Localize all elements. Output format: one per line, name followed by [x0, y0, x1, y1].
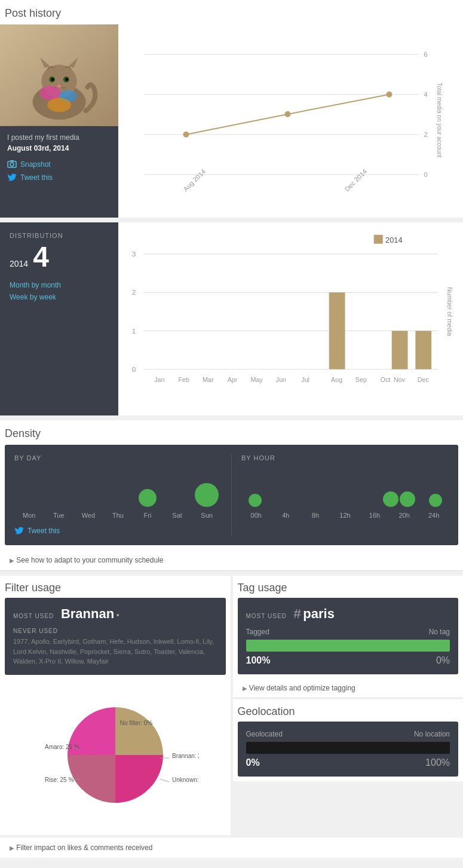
hour-20-dot [383, 491, 415, 507]
view-details-arrow: ▶ [243, 685, 247, 692]
by-hour-label: BY HOUR [241, 454, 449, 461]
svg-rect-16 [10, 160, 14, 161]
view-details-text: View details and optimize tagging [249, 684, 355, 692]
hour-24-bubble [429, 494, 442, 507]
svg-text:Number of media: Number of media [446, 287, 453, 336]
svg-text:4: 4 [424, 91, 428, 98]
svg-rect-31 [374, 235, 383, 244]
filter-never-used-list: 1977, Apollo, Earlybird, Gotham, Hefe, H… [13, 637, 217, 667]
geolocated-label: Geolocated [246, 730, 283, 738]
hour-00-dot [249, 494, 262, 507]
tweet-link-density[interactable]: Tweet this [14, 526, 222, 536]
hour-20-bubble-1 [383, 491, 398, 507]
no-loc-pct: 100% [425, 757, 450, 768]
density-section: Density BY DAY [0, 420, 463, 571]
geo-bar-outer [246, 742, 450, 754]
distribution-inner: DISTRIBUTION 2014 4 Month by month Week … [0, 222, 463, 415]
label-sat: Sat [168, 512, 186, 519]
post-card-links: Snapshot Tweet this [7, 160, 111, 182]
post-card-date: August 03rd, 2014 [7, 144, 111, 152]
svg-text:Aug: Aug [331, 376, 342, 383]
tag-usage-section: Tag usage MOST USED # paris Tagged No ta… [233, 576, 464, 697]
filter-bullet: • [116, 610, 119, 620]
label-thu: Thu [109, 512, 127, 519]
distribution-label: DISTRIBUTION [10, 232, 109, 239]
svg-text:6: 6 [424, 51, 428, 58]
svg-rect-43 [392, 331, 408, 369]
snapshot-icon [7, 160, 17, 169]
svg-text:Dec: Dec [418, 376, 430, 383]
svg-rect-44 [415, 331, 431, 369]
see-how-link[interactable]: ▶ See how to adapt to your community sch… [0, 550, 463, 571]
tag-usage-card: MOST USED # paris Tagged No tag 100% 0% [238, 598, 459, 674]
svg-text:Apr: Apr [228, 376, 238, 383]
hour-24-dot [429, 494, 442, 507]
post-card-info: I posted my first media August 03rd, 201… [0, 126, 118, 190]
filter-impact-bar[interactable]: ▶ Filter impact on likes & comments rece… [0, 838, 463, 858]
svg-text:Jan: Jan [154, 376, 164, 383]
tag-progress-labels: 100% 0% [246, 655, 450, 666]
post-card-text: I posted my first media [7, 133, 111, 142]
geo-label-row: Geolocated No location [246, 730, 450, 738]
post-image [0, 25, 118, 126]
post-history-section: Post history [0, 0, 463, 218]
see-how-arrow: ▶ [10, 557, 14, 564]
view-details-link[interactable]: ▶ View details and optimize tagging [233, 679, 464, 697]
svg-point-29 [285, 111, 291, 117]
svg-text:0: 0 [424, 171, 428, 178]
tag-label-row: Tagged No tag [246, 628, 450, 636]
geo-title: Geolocation [233, 699, 464, 722]
label-00h: 00h [247, 512, 265, 519]
svg-point-8 [51, 78, 54, 81]
label-24h: 24h [425, 512, 443, 519]
density-inner: BY DAY [14, 454, 449, 536]
dist-chart-area: 2014 3 2 1 0 Number of media [118, 222, 463, 415]
hash-symbol: # [293, 606, 301, 621]
fri-bubble [139, 489, 157, 507]
svg-point-28 [183, 132, 189, 137]
month-by-month-link[interactable]: Month by month [10, 281, 109, 289]
dist-links: Month by month Week by week [10, 281, 109, 301]
svg-text:0: 0 [132, 365, 136, 373]
snapshot-link[interactable]: Snapshot [7, 160, 111, 169]
filter-usage-title: Filter usage [0, 576, 231, 598]
filter-most-used-row: MOST USED Brannan • [13, 606, 217, 622]
dots-row-day [14, 471, 222, 507]
geo-section: Geolocation Geolocated No location 0% 10… [233, 699, 464, 781]
density-title: Density [0, 420, 463, 445]
svg-point-13 [47, 98, 71, 112]
hour-00-bubble [249, 494, 262, 507]
svg-text:Amaro: 25 %: Amaro: 25 % [45, 744, 79, 750]
svg-text:2: 2 [132, 288, 136, 296]
post-history-card: I posted my first media August 03rd, 201… [0, 25, 118, 218]
tweet-this-link[interactable]: Tweet this [7, 173, 111, 182]
svg-text:Rise: 25 %: Rise: 25 % [45, 777, 73, 783]
post-history-title: Post history [0, 0, 463, 25]
svg-text:Dec 2014: Dec 2014 [343, 168, 368, 193]
day-sun-dot [195, 483, 219, 507]
dist-year: 2014 [10, 259, 28, 268]
label-16h: 16h [366, 512, 384, 519]
svg-point-9 [65, 78, 68, 81]
tagged-label: Tagged [246, 628, 269, 636]
twitter-icon [7, 173, 17, 182]
geo-card: Geolocated No location 0% 100% [238, 722, 459, 777]
week-by-week-link[interactable]: Week by week [10, 293, 109, 301]
filter-usage-section: Filter usage MOST USED Brannan • NEVER U… [0, 576, 231, 835]
sun-bubble [195, 483, 219, 507]
filter-most-used-label: MOST USED [13, 613, 54, 619]
filter-impact-arrow: ▶ [10, 845, 14, 851]
geo-pct: 0% [246, 757, 260, 768]
tag-usage-title: Tag usage [233, 576, 464, 598]
svg-text:Sep: Sep [355, 376, 367, 383]
svg-text:May: May [251, 376, 263, 383]
svg-text:2: 2 [424, 131, 428, 138]
hour-labels: 00h 4h 8h 12h 16h 20h 24h [241, 512, 449, 519]
svg-text:Total media on your account: Total media on your account [436, 82, 443, 157]
dist-count: 4 [33, 243, 49, 271]
filter-usage-card: MOST USED Brannan • NEVER USED 1977, Apo… [5, 598, 226, 675]
no-tag-label: No tag [429, 628, 450, 636]
label-tue: Tue [50, 512, 68, 519]
geo-progress-labels: 0% 100% [246, 757, 450, 768]
label-mon: Mon [20, 512, 38, 519]
